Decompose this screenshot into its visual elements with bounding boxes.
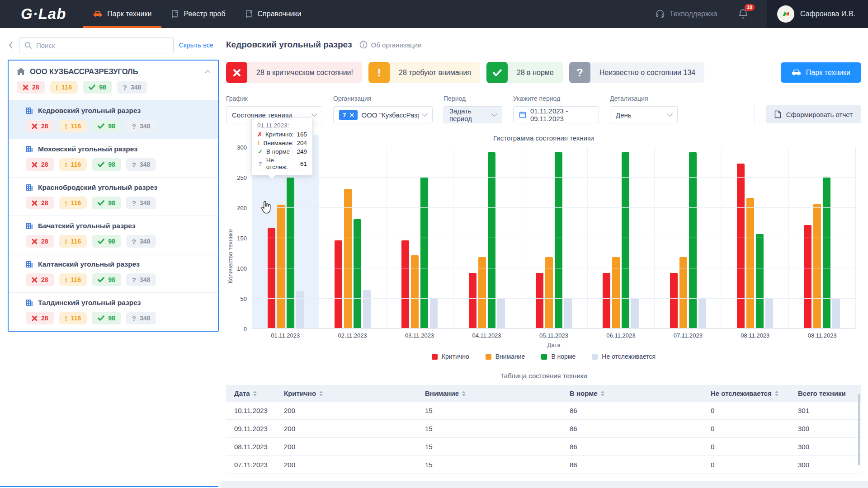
legend-item-warning[interactable]: Внимание	[486, 353, 525, 360]
org-selected-tag[interactable]: 7	[339, 110, 358, 120]
tree-root[interactable]: ООО КУЗБАССРАЗРЕЗУГОЛЬ	[9, 61, 218, 76]
bar-ok[interactable]	[823, 177, 830, 328]
column-header[interactable]: В норме	[570, 389, 711, 397]
tree-item[interactable]: Калтанский угольный разрез 28 !116 98 ?3…	[9, 254, 218, 292]
chevron-down-icon	[311, 111, 317, 117]
collapse-sidebar-icon[interactable]	[8, 41, 14, 49]
tree-item[interactable]: Талдинский угольный разрез 28 !116 98 ?3…	[9, 292, 218, 331]
bar-critical[interactable]	[603, 273, 610, 328]
table-row[interactable]: 08.11.202320015860300	[226, 438, 861, 456]
bar-ok[interactable]	[622, 152, 629, 328]
bar-unknown[interactable]	[698, 298, 706, 328]
gridline	[252, 298, 855, 299]
bar-critical[interactable]	[804, 225, 811, 328]
bar-ok[interactable]	[689, 152, 697, 328]
period-select[interactable]: Задать период	[443, 106, 502, 123]
bar-critical[interactable]	[536, 273, 543, 328]
bar-unknown[interactable]	[430, 298, 438, 328]
bar-ok[interactable]	[555, 152, 562, 328]
bar-ok[interactable]	[488, 152, 495, 328]
notifications-button[interactable]: 10	[737, 0, 749, 28]
chevron-up-icon[interactable]	[205, 70, 211, 76]
bar-critical[interactable]	[401, 240, 409, 328]
user-menu[interactable]: Сафронова И.В.	[767, 0, 868, 28]
sort-icon[interactable]	[253, 391, 257, 396]
date-range-input[interactable]: 01.11.2023 - 09.11.2023	[513, 106, 599, 123]
table-cell: 86	[570, 407, 711, 414]
check-icon: ✓	[257, 149, 263, 155]
nav-tab-2[interactable]: Справочники	[236, 0, 311, 28]
about-org-label: Об организации	[371, 41, 422, 49]
legend-item-ok[interactable]: В норме	[541, 353, 576, 360]
column-header[interactable]: Дата	[234, 389, 284, 397]
bar-unknown[interactable]	[363, 290, 371, 328]
detail-select[interactable]: День	[610, 106, 678, 123]
bar-unknown[interactable]	[765, 298, 773, 328]
tree-item[interactable]: Краснобродский угольный разрез 28 !116 9…	[9, 177, 218, 216]
bar-ok[interactable]	[354, 219, 361, 328]
column-header[interactable]: Внимание	[425, 389, 570, 397]
chart-legend: КритичноВниманиеВ нормеНе отслеживается	[226, 353, 861, 360]
critical-count-badge: 28	[26, 273, 54, 286]
bar-unknown[interactable]	[497, 298, 505, 328]
legend-item-unknown[interactable]: Не отслеживается	[592, 353, 656, 360]
generate-report-button[interactable]: Сформировать отчет	[766, 105, 861, 123]
headset-icon	[655, 9, 665, 19]
close-icon[interactable]	[350, 113, 354, 117]
bar-warning[interactable]	[411, 255, 419, 328]
bar-warning[interactable]	[344, 189, 352, 328]
bar-critical[interactable]	[737, 164, 745, 328]
tree-item[interactable]: Моховский угольный разрез 28 !116 98 ?34…	[9, 139, 218, 177]
sort-icon[interactable]	[462, 391, 466, 396]
unknown-count-badge: ?348	[126, 235, 156, 248]
table-cell: 86	[570, 461, 711, 469]
building-icon	[26, 261, 33, 268]
bar-unknown[interactable]	[296, 291, 304, 328]
bar-critical[interactable]	[670, 273, 678, 328]
search-input[interactable]	[36, 42, 168, 49]
bar-warning[interactable]	[277, 205, 285, 328]
bar-unknown[interactable]	[631, 298, 639, 328]
about-org-link[interactable]: Об организации	[359, 41, 422, 49]
status-card: ? Неизвестно о состоянии 134	[569, 62, 704, 83]
bar-critical[interactable]	[335, 240, 342, 328]
x-tick-label: 06.11.2023	[587, 332, 654, 339]
sort-icon[interactable]	[319, 391, 323, 396]
bar-warning[interactable]	[746, 198, 754, 328]
y-tick-label: 250	[237, 174, 247, 181]
ok-count-badge: 98	[92, 273, 121, 286]
tree-item[interactable]: Кедровский угольный разрез 28 !116 98 ?3…	[9, 100, 218, 139]
book-icon	[171, 10, 179, 18]
column-header-label: Дата	[234, 389, 250, 397]
collapse-all-link[interactable]: Скрыть все	[179, 42, 213, 49]
bar-critical[interactable]	[469, 273, 476, 328]
bar-ok[interactable]	[756, 234, 764, 328]
sort-icon[interactable]	[775, 391, 778, 396]
column-header[interactable]: Не отслеживается	[711, 389, 798, 397]
critical-count-badge: 28	[26, 120, 54, 132]
park-button[interactable]: Парк техники	[781, 62, 861, 83]
table-row[interactable]: 09.11.202320015860300	[226, 420, 861, 438]
support-button[interactable]: Техподдержка	[655, 0, 717, 28]
table-row[interactable]: 10.11.202320015860301	[226, 402, 861, 420]
tab-label: Парк техники	[107, 10, 151, 18]
legend-swatch	[592, 354, 598, 360]
table-row[interactable]: 07.11.202320015860300	[226, 456, 861, 474]
bar-ok[interactable]	[420, 177, 428, 328]
nav-tab-1[interactable]: Реестр проб	[161, 0, 235, 28]
table-scrollbar[interactable]	[858, 394, 860, 465]
chart-x-axis-label: Дата	[252, 342, 856, 348]
organization-select[interactable]: 7 ООО "КузбассРазрезУголь"; Кедро...	[333, 106, 433, 123]
tree-item[interactable]: Бачатский угольный разрез 28 !116 98 ?34…	[9, 216, 218, 254]
bar-ok[interactable]	[287, 177, 294, 328]
bar-unknown[interactable]	[564, 298, 572, 328]
legend-item-critical[interactable]: Критично	[432, 353, 469, 360]
bar-unknown[interactable]	[832, 298, 840, 328]
bar-critical[interactable]	[268, 228, 275, 328]
sort-icon[interactable]	[601, 391, 604, 396]
nav-tab-0[interactable]: Парк техники	[83, 0, 161, 28]
tree-children: Кедровский угольный разрез 28 !116 98 ?3…	[9, 100, 218, 331]
x-icon	[226, 62, 247, 83]
column-header[interactable]: Критично	[284, 389, 425, 397]
bar-warning[interactable]	[813, 204, 821, 328]
